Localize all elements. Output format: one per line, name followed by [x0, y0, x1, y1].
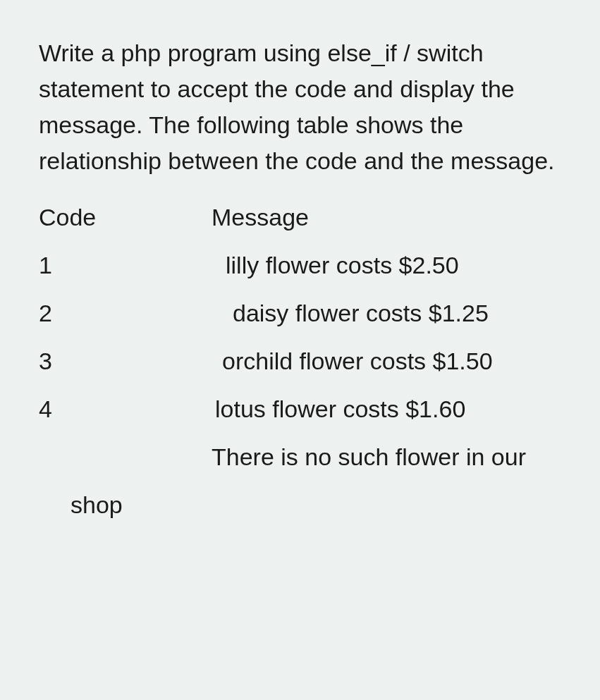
message-cell: There is no such flower in our: [212, 433, 561, 481]
code-cell: [39, 433, 212, 481]
message-cell: daisy flower costs $1.25: [212, 289, 561, 337]
question-text: Write a php program using else_if / swit…: [39, 35, 561, 179]
table-row: 4 lotus flower costs $1.60: [39, 385, 561, 433]
header-code: Code: [39, 193, 212, 241]
code-cell: 3: [39, 337, 212, 385]
table-header-row: Code Message: [39, 193, 561, 241]
table-row: 2 daisy flower costs $1.25: [39, 289, 561, 337]
header-message: Message: [212, 193, 561, 241]
code-cell: 2: [39, 289, 212, 337]
code-cell: 4: [39, 385, 212, 433]
default-message-wrap: shop: [39, 481, 561, 529]
message-cell: lotus flower costs $1.60: [212, 385, 561, 433]
code-cell: 1: [39, 241, 212, 289]
table-row: 3 orchild flower costs $1.50: [39, 337, 561, 385]
table-row: 1 lilly flower costs $2.50: [39, 241, 561, 289]
table-row: There is no such flower in our: [39, 433, 561, 481]
code-message-table: Code Message 1 lilly flower costs $2.50 …: [39, 193, 561, 481]
message-cell: orchild flower costs $1.50: [212, 337, 561, 385]
message-cell: lilly flower costs $2.50: [212, 241, 561, 289]
